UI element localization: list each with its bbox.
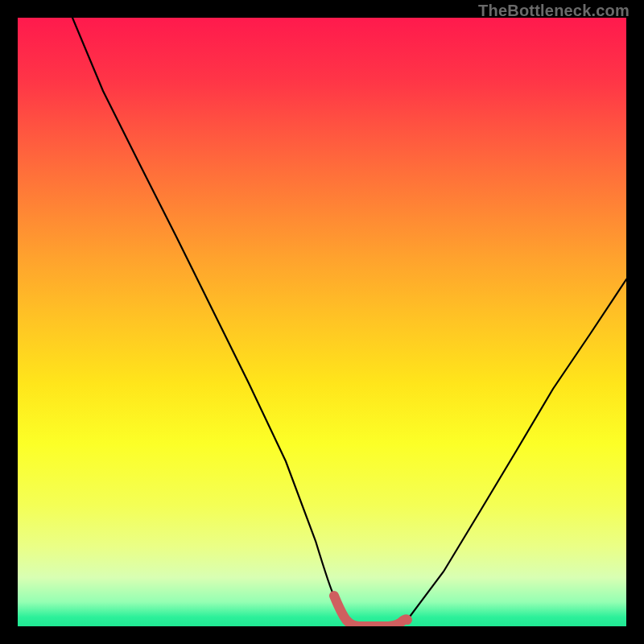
bottleneck-curve (72, 18, 626, 626)
plot-area (18, 18, 626, 626)
curve-layer (18, 18, 626, 626)
highlight-bottom (334, 596, 407, 626)
chart-frame: TheBottleneck.com (0, 0, 644, 644)
watermark-text: TheBottleneck.com (478, 2, 630, 20)
